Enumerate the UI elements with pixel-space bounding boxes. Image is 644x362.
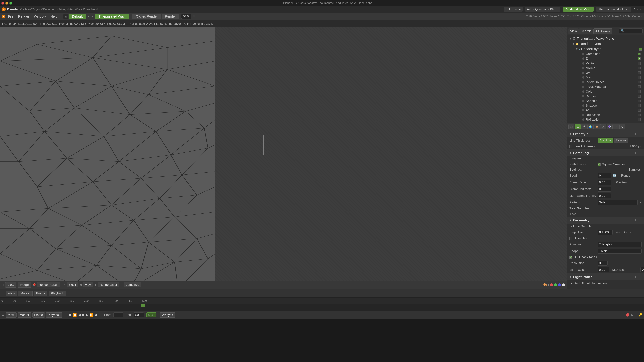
step-size-value[interactable]: 0.1000 (598, 230, 613, 235)
render-pass-combined[interactable]: Combined ✓ (567, 52, 644, 56)
play-btn[interactable]: ⏮ (68, 313, 71, 317)
end-btn[interactable]: ⏭ (95, 313, 98, 317)
render-pass-reflection[interactable]: Reflection (567, 113, 644, 117)
tab-triangulated-close[interactable]: ✕ (130, 15, 132, 18)
timeline-body[interactable] (0, 304, 644, 311)
absolute-btn[interactable]: Absolute (598, 138, 613, 143)
menu-render[interactable]: Render (16, 14, 31, 19)
freestyle-header[interactable]: ▼ Freestyle + − (567, 130, 644, 137)
light-paths-add-btn[interactable]: + (634, 275, 638, 279)
add-icon[interactable]: + (62, 284, 63, 286)
tab-default[interactable]: Default (68, 13, 86, 19)
clamp-direct-value[interactable]: 0.00 (598, 180, 611, 185)
max-ext-value[interactable]: 0.10 (640, 267, 644, 272)
pass-check[interactable] (638, 104, 641, 107)
prev-frame-btn[interactable]: ⏪ (72, 313, 77, 317)
prop-object-icon[interactable]: 📦 (594, 124, 600, 129)
render-pass-shadow[interactable]: Shadow (567, 103, 644, 108)
menu-window[interactable]: Window (32, 14, 48, 19)
taskbar-uberwachung[interactable]: Überwachungstool für... (596, 7, 631, 11)
timeline-marker-btn[interactable]: Marker (18, 291, 32, 296)
pattern-value[interactable]: Sobol (598, 200, 638, 205)
menu-file[interactable]: File (6, 14, 16, 19)
render-pass-index-material[interactable]: Index Material (567, 84, 644, 89)
tab-cycles-render[interactable]: Cycles Render (132, 13, 161, 19)
seed-cycle-icon[interactable]: 🔄 (613, 174, 616, 177)
prop-render-icon[interactable]: 🎥 (568, 124, 574, 129)
render-pass-specular[interactable]: Specular (567, 98, 644, 103)
search-field[interactable] (619, 28, 643, 33)
pass-check[interactable] (638, 85, 641, 88)
render-pass-vector[interactable]: Vector (567, 61, 644, 66)
sidebar-search-input[interactable] (619, 28, 643, 34)
pass-check[interactable] (638, 71, 641, 74)
limited-global-add-btn[interactable]: + (634, 281, 637, 285)
min-pixels-value[interactable]: 0.00 (598, 267, 609, 272)
prop-mesh-icon[interactable]: △ (600, 124, 606, 129)
keyframe-icon[interactable]: 🔑 (639, 313, 642, 317)
seed-value[interactable]: 0 (598, 173, 611, 178)
pass-check[interactable] (638, 81, 641, 83)
timeline-view-btn[interactable]: View (6, 291, 17, 296)
tab-render[interactable]: Render (162, 13, 179, 19)
resolution-value[interactable]: 3 (598, 261, 608, 266)
tab-triangulated[interactable]: Triangulated Wav. (95, 13, 129, 19)
pass-check[interactable] (638, 99, 641, 102)
primitive-value[interactable]: Triangles (598, 242, 642, 247)
prop-layers-icon[interactable]: 🗂 (575, 124, 581, 129)
shape-value[interactable]: Thick (598, 249, 642, 254)
zoom-level[interactable]: 52% (181, 14, 191, 19)
pass-check[interactable]: ✓ (638, 57, 641, 60)
render-pass-mist[interactable]: Mist (567, 75, 644, 80)
light-paths-remove-btn[interactable]: − (638, 275, 642, 279)
stop-btn[interactable]: ■ (82, 313, 84, 317)
pattern-expand[interactable]: ▼ (639, 201, 642, 204)
pass-check[interactable] (638, 109, 641, 112)
pass-check[interactable] (638, 62, 641, 65)
render-pass-normal[interactable]: Normal (567, 66, 644, 70)
freestyle-remove-btn[interactable]: − (638, 132, 642, 136)
light-paths-header[interactable]: ▼ Light Paths + − (567, 273, 644, 280)
prop-physics-icon[interactable]: ⚙ (619, 124, 626, 129)
image-btn[interactable]: Image (18, 282, 31, 288)
sampling-add-btn[interactable]: + (634, 151, 638, 155)
maximize-button[interactable] (10, 1, 12, 4)
render-pass-index-object[interactable]: Index Object (567, 80, 644, 84)
combined-select[interactable]: Combined (124, 282, 141, 287)
close-button[interactable] (1, 1, 4, 4)
taskbar-ask[interactable]: Ask a Question - Blen... (525, 7, 560, 11)
pass-check[interactable]: ✓ (638, 53, 641, 55)
playback-marker-btn[interactable]: Marker (18, 312, 31, 318)
remove-icon[interactable]: × (64, 284, 66, 286)
geometry-remove-btn[interactable]: − (638, 218, 642, 222)
pass-check[interactable] (638, 67, 641, 69)
freestyle-add-btn[interactable]: + (634, 132, 638, 136)
render-pass-ao[interactable]: AO (567, 108, 644, 113)
sidebar-search[interactable]: Search (579, 28, 593, 34)
tree-renderlayer[interactable]: ▼ ● RenderLayer ✓ (567, 46, 644, 52)
menu-help[interactable]: Help (48, 14, 59, 19)
sampling-header[interactable]: ▼ Sampling + − (567, 149, 644, 156)
render-pass-uv[interactable]: UV (567, 70, 644, 75)
view-btn2[interactable]: View (83, 282, 93, 287)
sampling-remove-btn[interactable]: − (638, 151, 642, 155)
playback-frame-btn[interactable]: Frame (32, 312, 45, 318)
taskbar-render[interactable]: Render: /Users/Za... (563, 7, 594, 11)
pass-check[interactable] (638, 95, 641, 97)
prop-scene-icon[interactable]: 🎬 (581, 124, 587, 129)
pass-check[interactable] (638, 118, 641, 121)
play-reverse-btn[interactable]: ◀ (78, 313, 81, 317)
use-hair-check[interactable] (569, 237, 572, 240)
playback-view-btn[interactable]: View (6, 312, 16, 318)
minimize-button[interactable] (5, 1, 8, 4)
render-pass-refraction[interactable]: Refraction (567, 117, 644, 122)
playback-label[interactable]: Playback (46, 312, 62, 318)
pass-check[interactable] (638, 90, 641, 93)
slot-label[interactable]: Slot 1 (67, 282, 78, 287)
av-sync-btn[interactable]: AV-sync (160, 312, 175, 318)
sidebar-all-scenes[interactable]: All Scenes (593, 28, 612, 34)
tree-root-item[interactable]: ▼ 🎬 Triangulated Wave Plane (567, 36, 644, 41)
end-value[interactable]: 500 (134, 312, 144, 318)
play-forward-btn[interactable]: ▶ (86, 313, 88, 317)
current-frame-value[interactable]: 434 (146, 312, 156, 318)
